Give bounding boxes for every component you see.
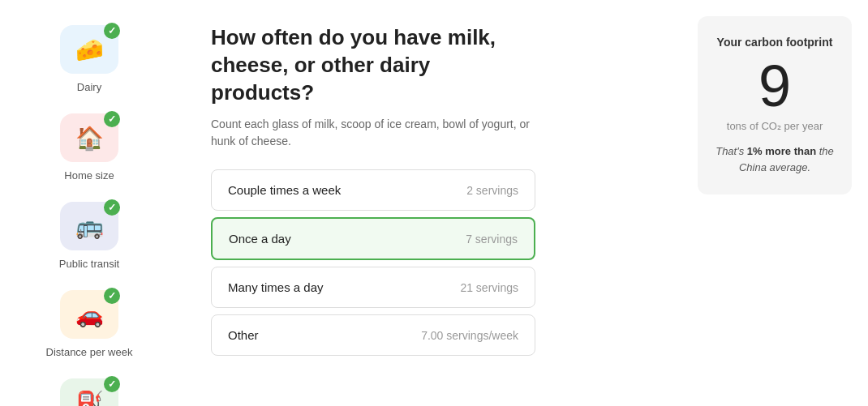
- checkmark-dairy: ✓: [104, 23, 120, 39]
- sidebar: 🧀 ✓ Dairy 🏠 ✓ Home size 🚌 ✓ Public trans…: [0, 0, 178, 406]
- sidebar-item-dairy[interactable]: 🧀 ✓ Dairy: [0, 16, 178, 98]
- icon-wrap-transit: 🚌 ✓: [57, 198, 122, 254]
- option-couple[interactable]: Couple times a week 2 servings: [211, 169, 535, 211]
- carbon-title: Your carbon footprint: [714, 36, 836, 49]
- sidebar-item-home[interactable]: 🏠 ✓ Home size: [0, 105, 178, 186]
- main-content: How often do you have milk, cheese, or o…: [178, 0, 681, 406]
- option-value-couple: 2 servings: [466, 184, 518, 197]
- option-once[interactable]: Once a day 7 servings: [211, 217, 535, 260]
- checkmark-distance: ✓: [104, 288, 120, 304]
- sidebar-item-fuel[interactable]: ⛽ ✓ Fuel efficiency: [0, 370, 178, 406]
- checkmark-home: ✓: [104, 111, 120, 127]
- sidebar-item-distance[interactable]: 🚗 ✓ Distance per week: [0, 281, 178, 363]
- option-label-other: Other: [228, 328, 259, 342]
- option-many[interactable]: Many times a day 21 servings: [211, 267, 535, 308]
- question-subtitle: Count each glass of milk, scoop of ice c…: [211, 116, 535, 150]
- carbon-card: Your carbon footprint 9 tons of CO₂ per …: [698, 16, 852, 194]
- compare-highlight: 1% more than: [747, 145, 816, 157]
- carbon-unit: tons of CO₂ per year: [714, 120, 836, 132]
- question-title: How often do you have milk, cheese, or o…: [211, 24, 535, 106]
- icon-wrap-home: 🏠 ✓: [57, 109, 122, 166]
- sidebar-label-dairy: Dairy: [77, 81, 101, 93]
- icon-wrap-fuel: ⛽ ✓: [57, 374, 122, 406]
- option-label-once: Once a day: [229, 232, 291, 246]
- option-value-many: 21 servings: [460, 281, 518, 294]
- sidebar-label-transit: Public transit: [59, 258, 119, 270]
- icon-wrap-distance: 🚗 ✓: [57, 286, 122, 343]
- carbon-compare: That's 1% more than the China average.: [714, 143, 836, 175]
- sidebar-label-home: Home size: [64, 169, 114, 182]
- sidebar-label-distance: Distance per week: [46, 346, 133, 358]
- carbon-number: 9: [714, 57, 836, 115]
- options-list: Couple times a week 2 servings Once a da…: [211, 169, 535, 356]
- option-label-couple: Couple times a week: [228, 183, 341, 197]
- option-other[interactable]: Other 7.00 servings/week: [211, 314, 535, 356]
- option-value-other: 7.00 servings/week: [421, 329, 518, 342]
- option-value-once: 7 servings: [466, 233, 518, 246]
- checkmark-transit: ✓: [104, 199, 120, 216]
- compare-prefix: That's: [715, 145, 744, 157]
- option-label-many: Many times a day: [228, 280, 324, 294]
- icon-wrap-dairy: 🧀 ✓: [57, 21, 122, 78]
- right-panel: Your carbon footprint 9 tons of CO₂ per …: [681, 0, 868, 406]
- checkmark-fuel: ✓: [104, 376, 120, 392]
- sidebar-item-transit[interactable]: 🚌 ✓ Public transit: [0, 193, 178, 275]
